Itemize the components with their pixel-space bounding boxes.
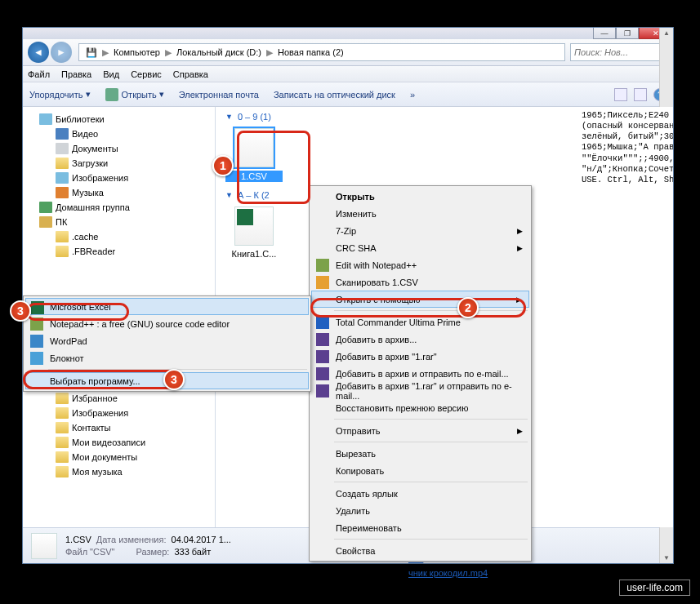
menu-view[interactable]: Вид (103, 69, 119, 79)
breadcrumb-item[interactable]: Локальный диск (D:) (173, 47, 265, 57)
tree-item[interactable]: .FBReader (23, 244, 215, 259)
menu-item-label: Изменить (336, 209, 377, 219)
folder-icon (39, 113, 52, 125)
tree-item[interactable]: Мои документы (23, 450, 215, 464)
tree-item[interactable]: Изображения (23, 406, 215, 420)
callout-3a: 3 (10, 300, 31, 322)
callout-ring-3b (23, 370, 180, 389)
menu-item[interactable]: Открыть (311, 188, 529, 205)
toolbar: Упорядочить ▾ Открыть ▾ Электронная почт… (23, 82, 673, 107)
menu-item[interactable]: Свойства (311, 542, 529, 559)
breadcrumb[interactable]: 💾 ▶ Компьютер ▶ Локальный диск (D:) ▶ Но… (78, 43, 565, 61)
context-menu: ОткрытьИзменить7-Zip▶CRC SHA▶Edit with N… (309, 185, 532, 562)
menu-item[interactable]: 7-Zip▶ (311, 222, 529, 239)
tree-item[interactable]: Избранное (23, 391, 215, 406)
breadcrumb-item[interactable]: Компьютер (110, 47, 163, 57)
tree-label: ПК (56, 217, 67, 227)
email-button[interactable]: Электронная почта (179, 90, 259, 100)
tree-label: Библиотеки (56, 114, 105, 124)
menu-item[interactable]: Edit with Notepad++ (311, 256, 529, 273)
menu-item-label: Удалить (336, 506, 370, 516)
menu-item[interactable]: Копировать (311, 462, 529, 479)
folder-icon (56, 393, 69, 404)
menu-item[interactable]: Удалить (311, 502, 529, 519)
menu-item-label: Сканировать 1.CSV (336, 278, 418, 287)
menu-help[interactable]: Справка (173, 69, 208, 79)
back-button[interactable]: ◄ (28, 42, 49, 63)
menu-item[interactable]: Отправить▶ (311, 422, 529, 439)
tree-item[interactable]: Загрузки (23, 156, 215, 171)
bg-link[interactable]: чник крокодил.mp4 (408, 566, 488, 581)
preview-pane-icon[interactable] (634, 88, 647, 101)
np-icon (316, 259, 329, 272)
more-button[interactable]: » (410, 90, 415, 100)
tree-item[interactable]: Мои видеозаписи (23, 435, 215, 450)
tree-label: Изображения (72, 408, 128, 418)
tree-item (23, 273, 215, 288)
menu-item-label: Восстановить прежнюю версию (336, 403, 468, 413)
menu-item[interactable]: WordPad (25, 332, 309, 349)
search-input[interactable] (570, 43, 668, 61)
status-size: 333 байт (174, 546, 211, 557)
menu-item[interactable]: Восстановить прежнюю версию (311, 399, 529, 416)
menu-tools[interactable]: Сервис (131, 69, 162, 79)
status-date: 04.04.2017 1... (172, 534, 231, 545)
drive-icon: 💾 (82, 47, 100, 58)
maximize-button[interactable]: ❐ (616, 28, 639, 39)
menu-item-label: WordPad (50, 336, 87, 346)
menu-edit[interactable]: Правка (61, 69, 91, 79)
menu-item[interactable]: Добавить в архив "1.rar" (311, 348, 529, 365)
folder-icon (56, 422, 69, 433)
tree-item[interactable]: .cache (23, 229, 215, 244)
folder-icon (56, 437, 69, 448)
rar-icon (316, 333, 329, 346)
folder-icon (56, 231, 69, 242)
breadcrumb-item[interactable]: Новая папка (2) (274, 47, 347, 57)
menu-item[interactable]: Создать ярлык (311, 485, 529, 502)
forward-button[interactable]: ► (51, 42, 72, 63)
menu-item-label: Создать ярлык (336, 489, 398, 499)
menu-item[interactable]: CRC SHA▶ (311, 239, 529, 256)
menu-item[interactable]: Сканировать 1.CSV (311, 273, 529, 291)
tree-label: Мои видеозаписи (72, 437, 145, 447)
tree-item[interactable]: Библиотеки (23, 112, 215, 127)
menu-item-label: Добавить в архив "1.rar" (336, 352, 437, 362)
view-icon[interactable] (614, 88, 627, 101)
excel-file-icon (234, 207, 274, 246)
folder-icon (56, 451, 69, 463)
menu-item[interactable]: Добавить в архив "1.rar" и отправить по … (311, 382, 529, 399)
status-size-label: Размер: (136, 546, 170, 557)
tree-item[interactable]: Видео (23, 127, 215, 141)
menu-item[interactable]: Добавить в архив... (311, 331, 529, 348)
rar-icon (316, 350, 329, 363)
burn-button[interactable]: Записать на оптический диск (274, 90, 395, 100)
tree-item[interactable]: Моя музыка (23, 464, 215, 479)
menu-item-label: Edit with Notepad++ (336, 260, 417, 270)
open-button[interactable]: Открыть ▾ (105, 88, 164, 101)
tree-item[interactable]: Документы (23, 141, 215, 156)
organize-button[interactable]: Упорядочить ▾ (29, 89, 91, 100)
menu-item[interactable]: Блокнот (25, 349, 309, 366)
menu-file[interactable]: Файл (28, 69, 50, 79)
wp-icon (30, 335, 43, 348)
tree-item[interactable]: ПК (23, 215, 215, 229)
tree-item[interactable]: Контакты (23, 420, 215, 435)
status-filename: 1.CSV (65, 534, 91, 545)
tree-item[interactable]: Домашняя группа (23, 200, 215, 215)
tree-item[interactable]: Изображения (23, 171, 215, 185)
tree-label: Домашняя группа (56, 202, 130, 212)
tree-item[interactable]: Музыка (23, 185, 215, 200)
separator (334, 442, 528, 442)
menu-item[interactable]: Добавить в архив и отправить по e-mail..… (311, 365, 529, 382)
menu-item-label: Добавить в архив... (336, 335, 417, 344)
menu-item[interactable]: Переименовать (311, 519, 529, 536)
menu-item[interactable]: Изменить (311, 205, 529, 222)
minimize-button[interactable]: — (593, 28, 616, 39)
menu-item-label: Свойства (336, 546, 375, 556)
file-kniga1[interactable]: Книга1.C... (225, 207, 283, 259)
menu-item[interactable]: Вырезать (311, 445, 529, 462)
folder-icon (56, 407, 69, 419)
tree-label: Музыка (72, 188, 104, 198)
submenu-arrow-icon: ▶ (517, 427, 523, 435)
callout-ring-2 (310, 298, 526, 318)
